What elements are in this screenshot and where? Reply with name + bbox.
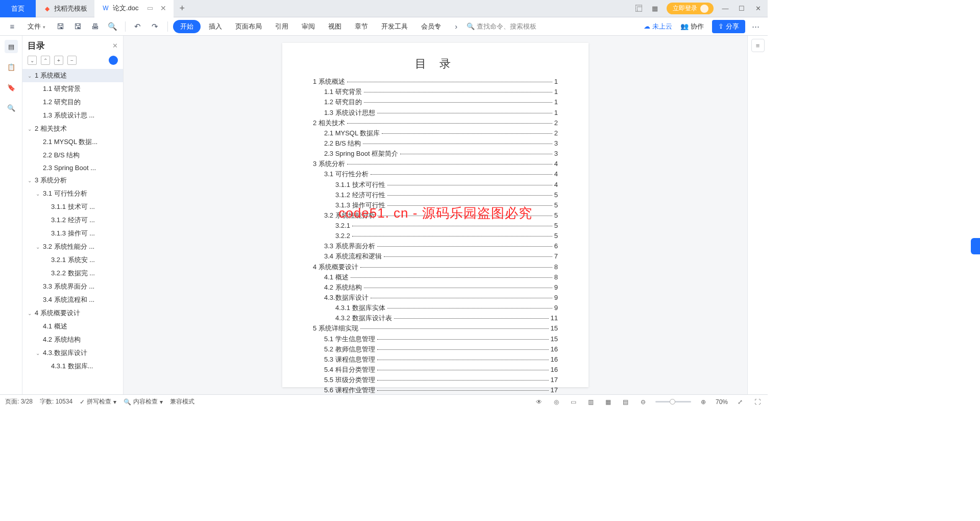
toc-line[interactable]: 1.3 系统设计思想1 — [313, 108, 558, 118]
toc-line[interactable]: 3 系统分析4 — [313, 159, 558, 169]
page-indicator[interactable]: 页面: 3/28 — [5, 397, 33, 406]
toc-line[interactable]: 3.1.1 技术可行性4 — [313, 180, 558, 190]
expand-all-icon[interactable]: ⌃ — [41, 56, 50, 65]
menu-page-layout[interactable]: 页面布局 — [230, 20, 267, 33]
toc-line[interactable]: 3.4 系统流程和逻辑7 — [313, 251, 558, 262]
save-icon[interactable]: 🖫 — [54, 19, 68, 34]
remove-icon[interactable]: − — [67, 56, 77, 65]
toc-line[interactable]: 1.1 研究背景1 — [313, 87, 558, 97]
toc-line[interactable]: 3.2.25 — [313, 231, 558, 241]
window-mode-icon[interactable]: ▭ — [147, 4, 153, 12]
new-tab-button[interactable]: + — [174, 0, 191, 17]
toc-line[interactable]: 3.2.15 — [313, 221, 558, 231]
toc-line[interactable]: 4.2 系统结构9 — [313, 282, 558, 293]
zoom-slider[interactable] — [655, 401, 691, 402]
toc-line[interactable]: 5.1 学生信息管理15 — [313, 334, 558, 344]
page-mode-icon[interactable]: ▥ — [586, 397, 596, 407]
print-icon[interactable]: 🖶 — [88, 19, 103, 34]
toc-line[interactable]: 2 相关技术2 — [313, 118, 558, 128]
nav-item[interactable]: ⌄4 系统概要设计 — [22, 306, 123, 320]
toc-line[interactable]: 5 系统详细实现15 — [313, 323, 558, 334]
nav-item[interactable]: ⌄3 系统分析 — [22, 174, 123, 187]
nav-list[interactable]: ⌄1 系统概述1.1 研究背景1.2 研究目的1.3 系统设计思 ...⌄2 相… — [22, 68, 123, 394]
bookmark-icon[interactable]: 🔖 — [5, 81, 18, 94]
toc-line[interactable]: 1 系统概述1 — [313, 77, 558, 87]
maximize-icon[interactable]: ☐ — [737, 4, 746, 13]
menu-start[interactable]: 开始 — [173, 20, 201, 33]
toc-line[interactable]: 3.1 可行性分析4 — [313, 169, 558, 179]
menu-review[interactable]: 审阅 — [297, 20, 320, 33]
zoom-in-icon[interactable]: ⊕ — [698, 397, 708, 407]
nav-item[interactable]: ⌄3.2 系统性能分 ... — [22, 240, 123, 253]
login-button[interactable]: 立即登录 — [667, 3, 714, 14]
more-icon[interactable]: ⋯ — [748, 19, 763, 34]
toc-line[interactable]: 2.3 Spring Boot 框架简介3 — [313, 149, 558, 159]
nav-item[interactable]: 2.3 Spring Boot ... — [22, 162, 123, 174]
share-button[interactable]: ⇪分享 — [712, 20, 745, 33]
menu-member[interactable]: 会员专 — [416, 20, 446, 33]
content-check[interactable]: 🔍 内容检查 ▾ — [124, 397, 163, 406]
apps-icon[interactable]: ▦ — [650, 4, 659, 13]
toc-line[interactable]: 3.3 系统界面分析6 — [313, 241, 558, 251]
properties-icon[interactable]: ≡ — [751, 39, 765, 52]
nav-item[interactable]: 3.2.1 系统安 ... — [22, 253, 123, 267]
nav-item[interactable]: ⌄4.3.数据库设计 — [22, 346, 123, 360]
menu-references[interactable]: 引用 — [270, 20, 293, 33]
nav-item[interactable]: 4.1 概述 — [22, 320, 123, 333]
command-search[interactable]: 🔍查找命令、搜索模板 — [467, 22, 536, 31]
toc-line[interactable]: 2.1 MYSQL 数据库2 — [313, 128, 558, 138]
tab-home[interactable]: 首页 — [0, 0, 36, 17]
word-count[interactable]: 字数: 10534 — [40, 397, 72, 406]
close-icon[interactable]: ✕ — [160, 4, 166, 12]
tab-document[interactable]: W 论文.doc ▭ ✕ — [94, 0, 174, 17]
tab-templates[interactable]: ◆找稻壳模板 — [36, 0, 94, 17]
outline-mode-icon[interactable]: ▤ — [621, 397, 631, 407]
toc-line[interactable]: 5.6 课程作业管理17 — [313, 385, 558, 394]
undo-icon[interactable]: ↶ — [131, 19, 145, 34]
toc-line[interactable]: 5.4 科目分类管理16 — [313, 365, 558, 375]
zoom-level[interactable]: 70% — [716, 398, 728, 406]
fullscreen-icon[interactable]: ⛶ — [752, 397, 763, 407]
layout-icon[interactable]: ⿸ — [634, 4, 643, 13]
toc-line[interactable]: 1.2 研究目的1 — [313, 97, 558, 107]
toc-line[interactable]: 4.1 概述8 — [313, 272, 558, 282]
cloud-status[interactable]: ☁未上云 — [644, 22, 672, 31]
nav-item[interactable]: 2.2 B/S 结构 — [22, 149, 123, 162]
toc-line[interactable]: 3.1.2 经济可行性5 — [313, 190, 558, 200]
nav-item[interactable]: 3.3 系统界面分 ... — [22, 280, 123, 293]
minimize-icon[interactable]: — — [721, 4, 730, 13]
menu-view[interactable]: 视图 — [323, 20, 347, 33]
nav-item[interactable]: 4.3.1 数据库... — [22, 360, 123, 373]
spell-check[interactable]: ✓ 拼写检查 ▾ — [80, 397, 116, 406]
compat-mode[interactable]: 兼容模式 — [170, 397, 194, 406]
sync-icon[interactable] — [109, 56, 118, 65]
nav-item[interactable]: 3.1.3 操作可 ... — [22, 227, 123, 240]
chevron-right-icon[interactable]: › — [449, 19, 463, 34]
toc-line[interactable]: 4.3.2 数据库设计表11 — [313, 313, 558, 323]
nav-item[interactable]: 3.1.1 技术可 ... — [22, 200, 123, 214]
nav-item[interactable]: 3.1.2 经济可 ... — [22, 214, 123, 227]
zoom-out-icon[interactable]: ⊖ — [638, 397, 648, 407]
toc-line[interactable]: 5.3 课程信息管理16 — [313, 354, 558, 365]
toc-line[interactable]: 4.3.数据库设计9 — [313, 293, 558, 303]
toc-line[interactable]: 3.1.3 操作可行性5 — [313, 200, 558, 210]
nav-item[interactable]: ⌄1 系统概述 — [22, 69, 123, 82]
nav-item[interactable]: 1.3 系统设计思 ... — [22, 109, 123, 122]
collapse-all-icon[interactable]: ⌄ — [28, 56, 37, 65]
nav-item[interactable]: 1.1 研究背景 — [22, 82, 123, 96]
toc-line[interactable]: 4.3.1 数据库实体9 — [313, 303, 558, 313]
read-mode-icon[interactable]: ▭ — [569, 397, 579, 407]
nav-item[interactable]: 4.2 系统结构 — [22, 333, 123, 346]
nav-item[interactable]: 3.2.2 数据完 ... — [22, 267, 123, 280]
clipboard-icon[interactable]: 📋 — [5, 60, 18, 74]
toc-line[interactable]: 4 系统概要设计8 — [313, 262, 558, 272]
find-icon[interactable]: 🔍 — [5, 101, 18, 114]
preview-icon[interactable]: 🔍 — [106, 19, 120, 34]
menu-developer[interactable]: 开发工具 — [376, 20, 413, 33]
fit-width-icon[interactable]: ⤢ — [735, 397, 745, 407]
document-area[interactable]: 目 录 1 系统概述11.1 研究背景11.2 研究目的11.3 系统设计思想1… — [124, 36, 747, 394]
eye-icon[interactable]: 👁 — [534, 397, 544, 407]
outline-icon[interactable]: ▤ — [5, 40, 18, 53]
nav-item[interactable]: 2.1 MYSQL 数据... — [22, 135, 123, 149]
close-window-icon[interactable]: ✕ — [753, 4, 763, 13]
